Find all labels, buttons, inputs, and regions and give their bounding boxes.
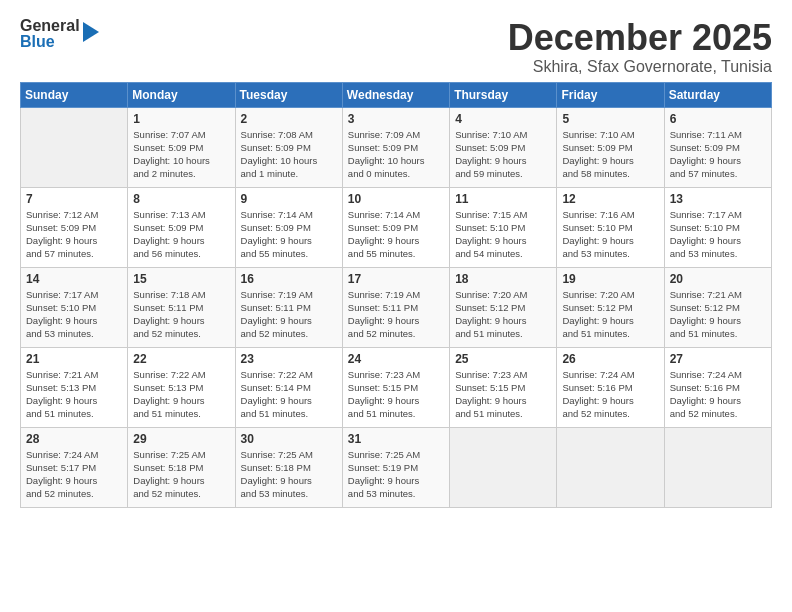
day-number: 31 [348, 432, 444, 446]
calendar-cell [557, 427, 664, 507]
logo-word: General Blue [20, 18, 80, 50]
calendar-week-row: 14Sunrise: 7:17 AM Sunset: 5:10 PM Dayli… [21, 267, 772, 347]
calendar-cell: 26Sunrise: 7:24 AM Sunset: 5:16 PM Dayli… [557, 347, 664, 427]
day-number: 21 [26, 352, 122, 366]
day-number: 12 [562, 192, 658, 206]
day-info: Sunrise: 7:22 AM Sunset: 5:13 PM Dayligh… [133, 368, 229, 421]
day-info: Sunrise: 7:25 AM Sunset: 5:18 PM Dayligh… [241, 448, 337, 501]
calendar-cell: 10Sunrise: 7:14 AM Sunset: 5:09 PM Dayli… [342, 187, 449, 267]
calendar-cell: 11Sunrise: 7:15 AM Sunset: 5:10 PM Dayli… [450, 187, 557, 267]
calendar-week-row: 7Sunrise: 7:12 AM Sunset: 5:09 PM Daylig… [21, 187, 772, 267]
day-number: 25 [455, 352, 551, 366]
logo-triangle-icon [83, 22, 99, 42]
calendar-day-header: Friday [557, 82, 664, 107]
calendar-day-header: Thursday [450, 82, 557, 107]
day-number: 18 [455, 272, 551, 286]
calendar-cell: 2Sunrise: 7:08 AM Sunset: 5:09 PM Daylig… [235, 107, 342, 187]
day-number: 20 [670, 272, 766, 286]
day-info: Sunrise: 7:14 AM Sunset: 5:09 PM Dayligh… [241, 208, 337, 261]
month-title: December 2025 [508, 18, 772, 58]
calendar-table: SundayMondayTuesdayWednesdayThursdayFrid… [20, 82, 772, 508]
day-info: Sunrise: 7:15 AM Sunset: 5:10 PM Dayligh… [455, 208, 551, 261]
day-number: 8 [133, 192, 229, 206]
calendar-cell: 3Sunrise: 7:09 AM Sunset: 5:09 PM Daylig… [342, 107, 449, 187]
calendar-day-header: Sunday [21, 82, 128, 107]
calendar-week-row: 28Sunrise: 7:24 AM Sunset: 5:17 PM Dayli… [21, 427, 772, 507]
calendar-cell: 25Sunrise: 7:23 AM Sunset: 5:15 PM Dayli… [450, 347, 557, 427]
day-info: Sunrise: 7:24 AM Sunset: 5:17 PM Dayligh… [26, 448, 122, 501]
title-block: December 2025 Skhira, Sfax Governorate, … [508, 18, 772, 76]
day-info: Sunrise: 7:25 AM Sunset: 5:19 PM Dayligh… [348, 448, 444, 501]
calendar-cell: 6Sunrise: 7:11 AM Sunset: 5:09 PM Daylig… [664, 107, 771, 187]
calendar-cell: 20Sunrise: 7:21 AM Sunset: 5:12 PM Dayli… [664, 267, 771, 347]
calendar-cell: 30Sunrise: 7:25 AM Sunset: 5:18 PM Dayli… [235, 427, 342, 507]
calendar-cell: 31Sunrise: 7:25 AM Sunset: 5:19 PM Dayli… [342, 427, 449, 507]
calendar-cell: 4Sunrise: 7:10 AM Sunset: 5:09 PM Daylig… [450, 107, 557, 187]
logo-general: General [20, 18, 80, 34]
day-info: Sunrise: 7:25 AM Sunset: 5:18 PM Dayligh… [133, 448, 229, 501]
calendar-cell: 8Sunrise: 7:13 AM Sunset: 5:09 PM Daylig… [128, 187, 235, 267]
day-number: 28 [26, 432, 122, 446]
day-info: Sunrise: 7:22 AM Sunset: 5:14 PM Dayligh… [241, 368, 337, 421]
logo: General Blue [20, 18, 99, 50]
day-info: Sunrise: 7:12 AM Sunset: 5:09 PM Dayligh… [26, 208, 122, 261]
calendar-cell: 7Sunrise: 7:12 AM Sunset: 5:09 PM Daylig… [21, 187, 128, 267]
day-number: 26 [562, 352, 658, 366]
calendar-cell: 29Sunrise: 7:25 AM Sunset: 5:18 PM Dayli… [128, 427, 235, 507]
calendar-cell: 1Sunrise: 7:07 AM Sunset: 5:09 PM Daylig… [128, 107, 235, 187]
location-title: Skhira, Sfax Governorate, Tunisia [508, 58, 772, 76]
calendar-cell [21, 107, 128, 187]
day-number: 7 [26, 192, 122, 206]
calendar-cell: 21Sunrise: 7:21 AM Sunset: 5:13 PM Dayli… [21, 347, 128, 427]
day-number: 17 [348, 272, 444, 286]
day-info: Sunrise: 7:20 AM Sunset: 5:12 PM Dayligh… [562, 288, 658, 341]
day-number: 22 [133, 352, 229, 366]
day-number: 27 [670, 352, 766, 366]
calendar-cell: 28Sunrise: 7:24 AM Sunset: 5:17 PM Dayli… [21, 427, 128, 507]
day-info: Sunrise: 7:23 AM Sunset: 5:15 PM Dayligh… [455, 368, 551, 421]
day-info: Sunrise: 7:10 AM Sunset: 5:09 PM Dayligh… [455, 128, 551, 181]
day-info: Sunrise: 7:16 AM Sunset: 5:10 PM Dayligh… [562, 208, 658, 261]
day-number: 2 [241, 112, 337, 126]
calendar-cell: 22Sunrise: 7:22 AM Sunset: 5:13 PM Dayli… [128, 347, 235, 427]
calendar-cell: 13Sunrise: 7:17 AM Sunset: 5:10 PM Dayli… [664, 187, 771, 267]
calendar-cell: 12Sunrise: 7:16 AM Sunset: 5:10 PM Dayli… [557, 187, 664, 267]
header: General Blue December 2025 Skhira, Sfax … [20, 18, 772, 76]
day-info: Sunrise: 7:13 AM Sunset: 5:09 PM Dayligh… [133, 208, 229, 261]
calendar-cell: 5Sunrise: 7:10 AM Sunset: 5:09 PM Daylig… [557, 107, 664, 187]
day-number: 16 [241, 272, 337, 286]
day-number: 13 [670, 192, 766, 206]
day-number: 19 [562, 272, 658, 286]
day-info: Sunrise: 7:10 AM Sunset: 5:09 PM Dayligh… [562, 128, 658, 181]
day-number: 24 [348, 352, 444, 366]
day-info: Sunrise: 7:08 AM Sunset: 5:09 PM Dayligh… [241, 128, 337, 181]
calendar-week-row: 1Sunrise: 7:07 AM Sunset: 5:09 PM Daylig… [21, 107, 772, 187]
calendar-cell: 14Sunrise: 7:17 AM Sunset: 5:10 PM Dayli… [21, 267, 128, 347]
calendar-cell: 16Sunrise: 7:19 AM Sunset: 5:11 PM Dayli… [235, 267, 342, 347]
day-info: Sunrise: 7:23 AM Sunset: 5:15 PM Dayligh… [348, 368, 444, 421]
day-number: 5 [562, 112, 658, 126]
logo-blue: Blue [20, 34, 80, 50]
calendar-cell: 27Sunrise: 7:24 AM Sunset: 5:16 PM Dayli… [664, 347, 771, 427]
day-info: Sunrise: 7:21 AM Sunset: 5:12 PM Dayligh… [670, 288, 766, 341]
day-number: 4 [455, 112, 551, 126]
day-info: Sunrise: 7:17 AM Sunset: 5:10 PM Dayligh… [26, 288, 122, 341]
day-number: 6 [670, 112, 766, 126]
day-info: Sunrise: 7:17 AM Sunset: 5:10 PM Dayligh… [670, 208, 766, 261]
day-info: Sunrise: 7:20 AM Sunset: 5:12 PM Dayligh… [455, 288, 551, 341]
day-info: Sunrise: 7:11 AM Sunset: 5:09 PM Dayligh… [670, 128, 766, 181]
calendar-cell: 18Sunrise: 7:20 AM Sunset: 5:12 PM Dayli… [450, 267, 557, 347]
day-info: Sunrise: 7:21 AM Sunset: 5:13 PM Dayligh… [26, 368, 122, 421]
calendar-header-row: SundayMondayTuesdayWednesdayThursdayFrid… [21, 82, 772, 107]
day-number: 3 [348, 112, 444, 126]
calendar-cell: 15Sunrise: 7:18 AM Sunset: 5:11 PM Dayli… [128, 267, 235, 347]
day-number: 15 [133, 272, 229, 286]
calendar-cell: 23Sunrise: 7:22 AM Sunset: 5:14 PM Dayli… [235, 347, 342, 427]
day-info: Sunrise: 7:24 AM Sunset: 5:16 PM Dayligh… [562, 368, 658, 421]
day-info: Sunrise: 7:09 AM Sunset: 5:09 PM Dayligh… [348, 128, 444, 181]
day-info: Sunrise: 7:07 AM Sunset: 5:09 PM Dayligh… [133, 128, 229, 181]
calendar-week-row: 21Sunrise: 7:21 AM Sunset: 5:13 PM Dayli… [21, 347, 772, 427]
day-info: Sunrise: 7:18 AM Sunset: 5:11 PM Dayligh… [133, 288, 229, 341]
day-number: 29 [133, 432, 229, 446]
day-info: Sunrise: 7:14 AM Sunset: 5:09 PM Dayligh… [348, 208, 444, 261]
